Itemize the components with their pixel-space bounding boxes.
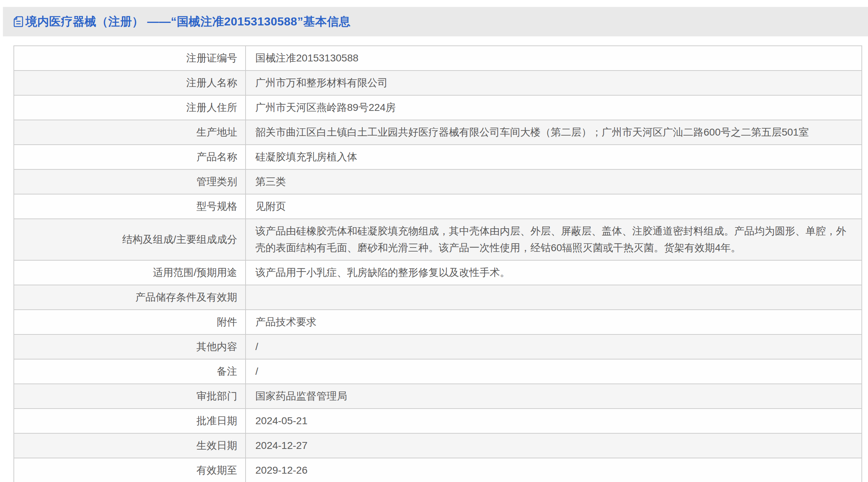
table-row-model-spec: 型号规格 见附页 <box>14 194 861 219</box>
row-value: 国械注准20153130588 <box>246 46 861 70</box>
table-row-production-address: 生产地址 韶关市曲江区白土镇白土工业园共好医疗器械有限公司车间大楼（第二层）；广… <box>14 120 861 145</box>
row-value: 该产品由硅橡胶壳体和硅凝胶填充物组成，其中壳体由内层、外层、屏蔽层、盖体、注胶通… <box>246 219 861 260</box>
registration-info-table: 注册证编号 国械注准20153130588 注册人名称 广州市万和整形材料有限公… <box>13 45 862 482</box>
row-label: 型号规格 <box>14 194 246 218</box>
table-row-effective-date: 生效日期 2024-12-27 <box>14 434 861 458</box>
row-value: 2024-12-27 <box>246 434 861 458</box>
table-row-registrant-name: 注册人名称 广州市万和整形材料有限公司 <box>14 71 861 96</box>
document-icon <box>13 16 23 27</box>
table-row-intended-use: 适用范围/预期用途 该产品用于小乳症、乳房缺陷的整形修复以及改性手术。 <box>14 261 861 285</box>
row-label: 备注 <box>14 360 246 383</box>
table-row-other-content: 其他内容 / <box>14 335 861 360</box>
table-row-product-name: 产品名称 硅凝胶填充乳房植入体 <box>14 145 861 170</box>
row-label: 管理类别 <box>14 170 246 194</box>
row-label: 审批部门 <box>14 384 246 408</box>
table-row-structure-composition: 结构及组成/主要组成成分 该产品由硅橡胶壳体和硅凝胶填充物组成，其中壳体由内层、… <box>14 219 861 261</box>
row-label: 注册人住所 <box>14 96 246 120</box>
table-row-valid-until: 有效期至 2029-12-26 <box>14 458 861 482</box>
table-row-remarks: 备注 / <box>14 360 861 384</box>
row-label: 生效日期 <box>14 434 246 458</box>
row-label: 结构及组成/主要组成成分 <box>14 219 246 260</box>
row-value: 2024-05-21 <box>246 409 861 433</box>
row-value: 产品技术要求 <box>246 310 861 334</box>
table-row-management-category: 管理类别 第三类 <box>14 170 861 194</box>
row-label: 产品储存条件及有效期 <box>14 285 246 309</box>
row-value: 2029-12-26 <box>246 458 861 482</box>
row-value <box>246 285 861 309</box>
row-value: 广州市万和整形材料有限公司 <box>246 71 861 95</box>
row-label: 适用范围/预期用途 <box>14 261 246 285</box>
table-row-storage-conditions: 产品储存条件及有效期 <box>14 285 861 310</box>
row-label: 注册人名称 <box>14 71 246 95</box>
row-value: / <box>246 360 861 383</box>
row-value: 该产品用于小乳症、乳房缺陷的整形修复以及改性手术。 <box>246 261 861 285</box>
row-label: 注册证编号 <box>14 46 246 70</box>
page-title: 境内医疗器械（注册） ——“国械注准20153130588”基本信息 <box>25 14 351 30</box>
table-row-approval-date: 批准日期 2024-05-21 <box>14 409 861 434</box>
row-value: 韶关市曲江区白土镇白土工业园共好医疗器械有限公司车间大楼（第二层）；广州市天河区… <box>246 120 861 144</box>
row-label: 批准日期 <box>14 409 246 433</box>
table-row-registrant-address: 注册人住所 广州市天河区燕岭路89号224房 <box>14 96 861 120</box>
row-value: 第三类 <box>246 170 861 194</box>
row-value: 国家药品监督管理局 <box>246 384 861 408</box>
row-label: 产品名称 <box>14 145 246 169</box>
table-row-approval-department: 审批部门 国家药品监督管理局 <box>14 384 861 409</box>
table-row-registration-number: 注册证编号 国械注准20153130588 <box>14 46 861 71</box>
row-value: 见附页 <box>246 194 861 218</box>
table-row-attachments: 附件 产品技术要求 <box>14 310 861 335</box>
row-label: 生产地址 <box>14 120 246 144</box>
row-label: 有效期至 <box>14 458 246 482</box>
row-value: / <box>246 335 861 359</box>
row-label: 其他内容 <box>14 335 246 359</box>
page-header: 境内医疗器械（注册） ——“国械注准20153130588”基本信息 <box>3 7 868 36</box>
row-value: 广州市天河区燕岭路89号224房 <box>246 96 861 120</box>
row-label: 附件 <box>14 310 246 334</box>
row-value: 硅凝胶填充乳房植入体 <box>246 145 861 169</box>
